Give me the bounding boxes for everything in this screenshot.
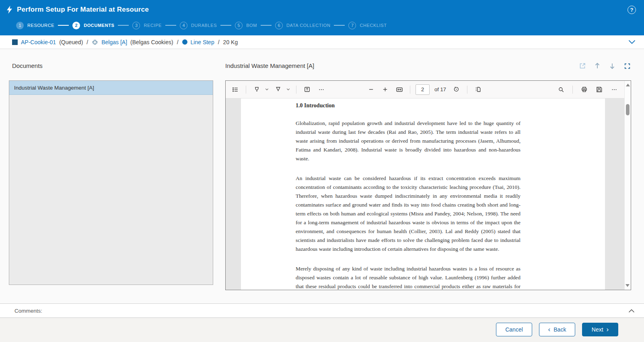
fit-width-icon[interactable]	[394, 84, 405, 95]
document-viewer-panel: Industrial Waste Management [A]	[225, 61, 631, 303]
toc-icon[interactable]	[230, 84, 241, 95]
pdf-right-margin	[605, 98, 624, 290]
documents-panel: Documents Industrial Waste Management [A…	[9, 61, 213, 303]
documents-list: Industrial Waste Management [A]	[9, 80, 213, 285]
document-list-item[interactable]: Industrial Waste Management [A]	[9, 81, 213, 95]
step-resource[interactable]: 1 RESOURCE	[16, 22, 54, 29]
material-description: (Belgas Cookies)	[130, 39, 173, 45]
pdf-viewer: of 17	[225, 80, 631, 290]
fullscreen-icon[interactable]	[623, 62, 631, 70]
open-in-new-icon[interactable]	[578, 62, 586, 70]
pdf-left-margin	[226, 98, 241, 290]
context-expand-chevron-icon[interactable]	[628, 39, 636, 45]
more-annotations-icon[interactable]	[316, 84, 327, 95]
material-icon	[92, 39, 98, 45]
ink-dropdown-chevron-icon[interactable]	[285, 87, 291, 92]
task-bolt-icon	[6, 5, 13, 14]
step-durables[interactable]: 4 DURABLES	[180, 22, 217, 29]
text-box-icon[interactable]	[302, 84, 313, 95]
breadcrumb-step: Line Step	[182, 39, 214, 45]
cancel-button[interactable]: Cancel	[496, 323, 532, 336]
next-chevron-icon: ›	[607, 326, 609, 333]
highlight-dropdown-chevron-icon[interactable]	[264, 87, 270, 92]
pdf-paragraph: Globalization, rapid population growth a…	[296, 119, 521, 163]
step-recipe[interactable]: 3 RECIPE	[132, 22, 162, 29]
step-number: 1	[16, 22, 24, 29]
ink-icon[interactable]	[273, 84, 284, 95]
save-icon[interactable]	[594, 84, 605, 95]
app-window: Perform Setup For Material at Resource ?…	[0, 0, 644, 342]
page-view-icon[interactable]	[473, 84, 484, 95]
container-icon	[12, 39, 18, 45]
breadcrumb-separator: /	[177, 39, 179, 45]
pdf-page: 1.0 Introduction Globalization, rapid po…	[241, 98, 605, 290]
step-connector	[118, 25, 129, 26]
scroll-down-arrow-icon[interactable]	[625, 284, 630, 287]
rotate-icon[interactable]	[451, 84, 462, 95]
breadcrumb-material: Belgas [A] (Belgas Cookies)	[92, 39, 173, 45]
comments-label: Comments:	[14, 308, 628, 314]
step-connector	[334, 25, 345, 26]
step-number: 4	[180, 22, 187, 29]
breadcrumb-separator: /	[86, 39, 88, 45]
step-connector	[165, 25, 176, 26]
step-number: 3	[132, 22, 140, 29]
comments-collapse-chevron-icon[interactable]	[628, 308, 635, 313]
search-icon[interactable]	[556, 84, 566, 95]
move-down-icon[interactable]	[608, 62, 616, 70]
breadcrumb-container-link[interactable]: AP-Cookie-01	[21, 39, 56, 45]
app-header: Perform Setup For Material at Resource ?…	[0, 0, 644, 35]
next-button[interactable]: Next ›	[582, 323, 618, 336]
wizard-footer: Cancel ‹ Back Next ›	[0, 318, 644, 342]
comments-bar[interactable]: Comments:	[0, 303, 644, 318]
move-up-icon[interactable]	[593, 62, 601, 70]
print-icon[interactable]	[579, 84, 590, 95]
pdf-paragraph: An industrial waste can be considered ha…	[296, 174, 521, 254]
step-data-collection[interactable]: 6 DATA COLLECTION	[275, 22, 330, 29]
step-number: 7	[348, 22, 356, 29]
pdf-page-area: 1.0 Introduction Globalization, rapid po…	[226, 98, 624, 290]
step-number: 5	[235, 22, 243, 29]
step-checklist[interactable]: 7 CHECKLIST	[348, 22, 387, 29]
step-number: 2	[72, 22, 80, 29]
breadcrumb-step-link[interactable]: Line Step	[191, 39, 214, 45]
step-bom[interactable]: 5 BOM	[235, 22, 257, 29]
step-documents[interactable]: 2 DOCUMENTS	[72, 22, 114, 29]
documents-panel-title: Documents	[12, 61, 213, 71]
page-number-input[interactable]	[416, 84, 430, 95]
zoom-in-icon[interactable]	[380, 84, 391, 95]
step-icon	[182, 39, 187, 45]
scrollbar-thumb[interactable]	[626, 104, 630, 115]
breadcrumb-container: AP-Cookie-01 (Queued)	[12, 39, 83, 45]
scroll-up-arrow-icon[interactable]	[626, 84, 630, 86]
pdf-section-heading: 1.0 Introduction	[296, 102, 521, 109]
zoom-out-icon[interactable]	[366, 84, 377, 95]
back-chevron-icon: ‹	[548, 326, 551, 333]
more-options-icon[interactable]	[609, 84, 619, 95]
step-connector	[58, 25, 69, 26]
breadcrumb-material-link[interactable]: Belgas [A]	[101, 39, 127, 45]
back-button[interactable]: ‹ Back	[539, 323, 575, 336]
quantity-label: 20 Kg	[223, 39, 238, 45]
step-connector	[220, 25, 231, 26]
context-bar: AP-Cookie-01 (Queued) / Belgas [A] (Belg…	[0, 35, 644, 49]
step-number: 6	[275, 22, 283, 29]
main-content: Documents Industrial Waste Management [A…	[0, 49, 644, 303]
help-icon[interactable]: ?	[628, 6, 636, 14]
container-status: (Queued)	[59, 39, 83, 45]
page-title: Perform Setup For Material at Resource	[17, 6, 628, 14]
viewer-document-title: Industrial Waste Management [A]	[225, 61, 578, 71]
breadcrumb-separator: /	[218, 39, 220, 45]
wizard-stepper: 1 RESOURCE 2 DOCUMENTS 3 RECIPE 4 DURABL…	[0, 18, 644, 33]
page-count-label: of 17	[434, 86, 446, 92]
highlight-icon[interactable]	[251, 84, 262, 95]
pdf-paragraph: Merely disposing of any kind of waste in…	[296, 264, 521, 290]
step-connector	[261, 25, 272, 26]
pdf-toolbar: of 17	[226, 81, 624, 98]
viewer-scrollbar[interactable]	[624, 81, 631, 290]
